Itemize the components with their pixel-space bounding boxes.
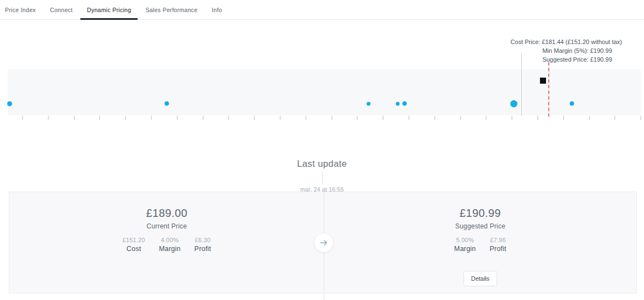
axis-tick (640, 116, 641, 120)
axis-tick (125, 116, 126, 120)
stat-margin: 5.00%Margin (454, 237, 476, 253)
suggested-price-value: £190.99 (324, 207, 636, 220)
suggested-price-panel: £190.99 Suggested Price 5.00%Margin£7.96… (324, 192, 636, 293)
axis-tick (22, 116, 23, 120)
stat-label: Margin (159, 245, 181, 253)
axis-tick (434, 116, 435, 120)
stat-value: £7.96 (490, 237, 506, 243)
axis-tick (331, 116, 332, 120)
axis-tick (383, 116, 384, 120)
axis-tick (408, 116, 410, 120)
stat-value: 5.00% (456, 237, 474, 243)
stat-label: Profit (194, 245, 211, 253)
axis-tick (48, 116, 49, 120)
chart-plot-area (8, 69, 641, 115)
current-price-label: Current Price (9, 222, 324, 230)
axis-tick (280, 116, 281, 120)
axis-tick (614, 116, 615, 120)
suggested-price-line (548, 62, 549, 117)
axis-tick (177, 116, 178, 120)
details-button[interactable]: Details (463, 271, 498, 286)
cost-price-annotation: Cost Price: £181.44 (£151.20 without tax… (511, 39, 622, 45)
competitor-price-point[interactable] (367, 102, 370, 106)
stat-profit: £7.96Profit (490, 237, 506, 253)
axis-tick (460, 116, 461, 120)
competitor-price-point[interactable] (510, 100, 517, 107)
apply-suggested-price-button[interactable] (314, 233, 334, 253)
current-price-stats: £151.20Cost4.00%Margin£6.30Profit (9, 237, 324, 253)
axis-tick (228, 116, 229, 120)
arrow-right-icon (319, 238, 329, 248)
axis-tick (511, 116, 512, 120)
competitor-price-point[interactable] (396, 102, 400, 106)
axis-tick (589, 116, 590, 120)
last-update-title: Last update (0, 159, 644, 169)
current-price-marker[interactable] (540, 78, 546, 84)
axis-tick (537, 116, 538, 120)
axis-tick (563, 116, 564, 120)
last-update-section: Last update mar. 24 at 16:55 (0, 159, 644, 193)
suggested-price-annotation: Suggested Price: £190.99 (542, 56, 612, 63)
cost-price-line (521, 54, 522, 116)
stat-value: £6.30 (195, 237, 211, 243)
stat-label: Profit (490, 245, 506, 253)
stat-label: Cost (127, 245, 141, 253)
suggested-price-label: Suggested Price (324, 222, 636, 230)
stat-value: 4.00% (161, 237, 178, 243)
stat-label: Margin (454, 245, 476, 253)
axis-tick (151, 116, 152, 120)
competitor-price-point[interactable] (165, 101, 169, 106)
competitor-price-point[interactable] (402, 101, 407, 106)
stat-profit: £6.30Profit (194, 237, 211, 253)
axis-tick (254, 116, 255, 120)
competitor-price-point[interactable] (570, 101, 574, 106)
stat-cost: £151.20Cost (123, 237, 145, 253)
competitor-price-point[interactable] (7, 101, 12, 106)
next-section-divider (324, 294, 324, 300)
axis-tick (74, 116, 75, 120)
stat-value: £151.20 (123, 237, 145, 243)
price-comparison-card: £189.00 Current Price £151.20Cost4.00%Ma… (9, 192, 637, 293)
axis-tick (99, 116, 100, 120)
min-margin-annotation: Min Margin (5%): £190.99 (542, 47, 612, 54)
current-price-panel: £189.00 Current Price £151.20Cost4.00%Ma… (9, 192, 324, 293)
dynamic-pricing-page: Price IndexConnectDynamic PricingSales P… (0, 0, 644, 300)
suggested-price-stats: 5.00%Margin£7.96Profit (324, 237, 636, 253)
current-price-value: £189.00 (9, 207, 324, 220)
connector-line (322, 172, 323, 183)
stat-margin: 4.00%Margin (159, 237, 181, 253)
axis-tick (203, 116, 204, 120)
axis-tick (305, 116, 307, 120)
axis-tick (357, 116, 358, 120)
axis-tick (485, 116, 487, 120)
